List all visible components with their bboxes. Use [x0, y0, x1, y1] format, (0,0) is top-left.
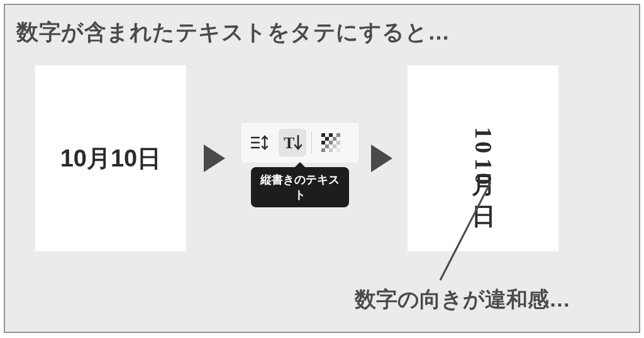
svg-text:T: T	[284, 134, 294, 152]
diagram-frame: 数字が含まれたテキストをタテにすると… 10月10日	[4, 4, 640, 333]
transparency-button[interactable]	[317, 129, 345, 156]
line-spacing-icon	[250, 134, 269, 151]
caption: 数字の向きが違和感…	[355, 285, 570, 314]
transparency-icon	[321, 133, 340, 152]
diagram-title: 数字が含まれたテキストをタテにすると…	[16, 18, 450, 47]
arrow-icon	[371, 144, 392, 172]
before-card: 10月10日	[35, 65, 186, 251]
toolbar: T	[240, 122, 360, 163]
svg-rect-11	[321, 141, 325, 144]
svg-rect-6	[321, 133, 325, 137]
after-card: 10月10日	[408, 65, 558, 251]
svg-rect-18	[336, 148, 340, 152]
svg-rect-15	[333, 144, 336, 148]
svg-rect-13	[336, 141, 340, 144]
svg-rect-10	[333, 137, 336, 141]
line-spacing-button[interactable]	[246, 129, 274, 156]
vertical-text-icon: T	[282, 133, 303, 152]
svg-rect-9	[325, 137, 329, 141]
toolbar-screenshot: T	[240, 122, 360, 207]
tooltip: 縦書きのテキスト	[251, 167, 349, 207]
sample-text-vertical: 10月10日	[467, 127, 499, 190]
svg-rect-8	[336, 133, 340, 137]
svg-rect-7	[329, 133, 333, 137]
arrow-icon	[204, 144, 225, 172]
svg-rect-16	[321, 148, 325, 152]
svg-rect-12	[329, 141, 333, 144]
toolbar-divider	[311, 131, 312, 154]
svg-rect-17	[329, 148, 333, 152]
svg-rect-14	[325, 144, 329, 148]
vertical-text-button[interactable]: T	[279, 129, 306, 156]
sample-text-horizontal: 10月10日	[60, 143, 162, 175]
